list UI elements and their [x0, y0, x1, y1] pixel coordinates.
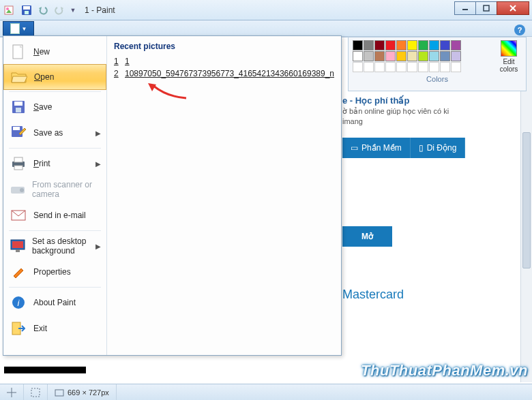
menu-new[interactable]: New	[3, 39, 106, 65]
custom-color-slot[interactable]	[353, 62, 363, 72]
rainbow-icon	[501, 40, 517, 57]
svg-rect-22	[12, 241, 23, 248]
recent-pictures-heading: Recent pictures	[114, 42, 334, 51]
color-swatch[interactable]	[451, 40, 461, 50]
custom-color-slot[interactable]	[440, 62, 450, 72]
color-swatch[interactable]	[440, 40, 450, 50]
color-swatch[interactable]	[374, 51, 385, 61]
help-icon[interactable]: ?	[514, 25, 525, 35]
menu-send-email[interactable]: Send in e-mail	[3, 202, 106, 228]
color-swatch[interactable]	[440, 51, 450, 61]
email-icon	[10, 207, 27, 224]
window-title: 1 - Paint	[85, 5, 115, 15]
recent-item[interactable]: 1 1	[114, 57, 334, 66]
custom-color-slot[interactable]	[451, 62, 461, 72]
custom-color-slot[interactable]	[396, 62, 407, 72]
menu-properties[interactable]: Properties	[3, 259, 106, 285]
color-swatch[interactable]	[396, 51, 407, 61]
menu-separator	[9, 230, 101, 231]
qat-redo-icon[interactable]	[52, 3, 67, 18]
custom-color-slot[interactable]	[418, 62, 428, 72]
color-swatch[interactable]	[418, 40, 428, 50]
scrollbar-thumb[interactable]	[522, 132, 531, 268]
svg-rect-6	[484, 5, 489, 11]
custom-color-slot[interactable]	[429, 62, 439, 72]
mastercard-link[interactable]: Mastercard	[342, 288, 518, 302]
menu-from-scanner[interactable]: From scanner or camera	[3, 176, 106, 202]
selection-size	[24, 384, 48, 400]
scanner-icon	[10, 181, 25, 198]
info-icon: i	[10, 294, 27, 311]
submenu-arrow-icon: ▶	[95, 160, 101, 168]
color-swatch[interactable]	[407, 40, 417, 50]
menu-exit[interactable]: Exit	[3, 316, 106, 341]
menu-set-desktop[interactable]: Set as desktop background ▶	[3, 233, 106, 259]
document-icon	[10, 23, 20, 34]
color-swatch[interactable]	[429, 40, 439, 50]
qat-undo-icon[interactable]	[35, 3, 50, 18]
recent-item[interactable]: 2 10897050_594767373956773_4165421343660…	[114, 69, 334, 78]
color-swatch[interactable]	[353, 51, 363, 61]
menu-open[interactable]: Open	[3, 64, 106, 90]
tab-software[interactable]: ▭Phần Mềm	[342, 138, 411, 158]
edit-colors-button[interactable]: Edit colors	[496, 40, 522, 73]
file-tab-button[interactable]: ▼	[3, 21, 34, 36]
color-swatch[interactable]	[364, 51, 374, 61]
content-subtext: ờ bản online giúp học viên có ki	[342, 107, 518, 116]
cursor-position	[0, 384, 24, 400]
maximize-button[interactable]	[475, 1, 497, 15]
menu-about[interactable]: i About Paint	[3, 290, 106, 316]
menu-separator	[9, 91, 101, 92]
color-swatch[interactable]	[364, 40, 374, 50]
minimize-button[interactable]	[454, 1, 476, 15]
canvas-size: 669 × 727px	[48, 384, 117, 400]
custom-color-slot[interactable]	[385, 62, 396, 72]
open-button[interactable]: Mở	[342, 226, 392, 247]
color-swatch[interactable]	[353, 40, 363, 50]
mobile-icon: ▯	[419, 143, 424, 153]
tab-mobile[interactable]: ▯Di Động	[411, 138, 466, 158]
svg-rect-30	[55, 390, 63, 396]
color-swatch[interactable]	[418, 51, 428, 61]
custom-color-slot[interactable]	[364, 62, 374, 72]
page-content: e - Học phí thấp ờ bản online giúp học v…	[342, 95, 518, 302]
color-swatch[interactable]	[385, 40, 396, 50]
color-swatch[interactable]	[451, 51, 461, 61]
close-button[interactable]	[497, 1, 529, 15]
menu-print[interactable]: Print ▶	[3, 151, 106, 176]
color-swatch[interactable]	[385, 51, 396, 61]
submenu-arrow-icon: ▶	[95, 129, 101, 137]
annotation-arrow	[147, 82, 188, 102]
svg-rect-3	[23, 6, 30, 10]
menu-separator	[9, 148, 101, 149]
color-swatch[interactable]	[429, 51, 439, 61]
status-bar: 669 × 727px	[0, 384, 532, 400]
svg-rect-11	[14, 102, 23, 106]
properties-icon	[10, 264, 27, 280]
exit-icon	[10, 320, 27, 337]
colors-group-label: Colors	[353, 75, 522, 83]
svg-rect-29	[31, 388, 40, 397]
menu-save[interactable]: Save	[3, 94, 106, 120]
svg-rect-14	[13, 127, 20, 130]
svg-point-1	[6, 7, 9, 10]
open-folder-icon	[11, 69, 27, 85]
ribbon-tab-row: ▼	[0, 20, 532, 37]
custom-color-slot[interactable]	[407, 62, 417, 72]
qat-customize-icon[interactable]: ▼	[68, 3, 78, 18]
submenu-arrow-icon: ▶	[95, 243, 101, 250]
save-as-icon	[10, 125, 27, 141]
qat-save-icon[interactable]	[19, 3, 34, 18]
dimensions-icon	[55, 388, 64, 397]
canvas-content-strip	[4, 367, 86, 373]
svg-rect-16	[14, 157, 23, 162]
color-swatch[interactable]	[396, 40, 407, 50]
color-swatch[interactable]	[374, 40, 385, 50]
color-swatch[interactable]	[407, 51, 417, 61]
app-icon	[3, 4, 15, 16]
custom-color-slot[interactable]	[374, 62, 385, 72]
monitor-icon: ▭	[351, 143, 358, 153]
content-heading: e - Học phí thấp	[342, 95, 518, 106]
menu-save-as[interactable]: Save as ▶	[3, 120, 106, 146]
menu-separator	[9, 287, 101, 288]
